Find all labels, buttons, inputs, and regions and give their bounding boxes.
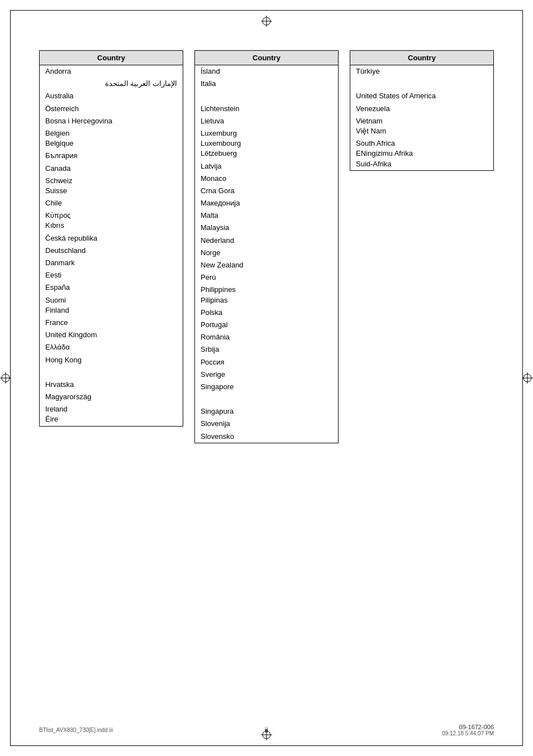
list-item: ΚύπροςKıbrıs <box>40 209 183 232</box>
list-item: Italia <box>195 78 339 90</box>
country-cell-1-16: España <box>40 281 183 294</box>
list-item: Nederland <box>195 235 339 247</box>
country-cell-1-7: България <box>40 150 183 162</box>
country-cell-2-11: Malta <box>195 209 339 222</box>
country-cell-1-1: Andorra <box>40 65 183 78</box>
list-item: Česká republika <box>40 232 183 245</box>
country-cell-2-24: Singapore <box>195 381 339 393</box>
country-cell-1-19: United Kingdom <box>40 329 183 341</box>
country-cell-2-20: România <box>195 331 339 343</box>
list-item: Perú <box>195 271 339 284</box>
list-item: България <box>40 150 183 162</box>
country-cell-1-4: Österreich <box>40 103 183 115</box>
country-cell-2-26: Singapura <box>195 405 339 418</box>
list-item: Norge <box>195 247 339 259</box>
tables-row: CountryAndorraالإمارات العربية المتحدةAu… <box>39 50 494 443</box>
country-cell-1-22 <box>40 366 183 379</box>
country-cell-2-3 <box>195 90 339 102</box>
list-item: Malta <box>195 209 339 222</box>
list-item: Venezuela <box>350 103 494 115</box>
page-border-top <box>10 10 523 11</box>
country-cell-3-1: Türkiye <box>350 65 494 78</box>
country-cell-1-20: Ελλάδα <box>40 341 183 353</box>
list-item: Magyarország <box>40 391 183 403</box>
list-item: IrelandÉire <box>40 403 183 426</box>
country-cell-1-9: SchweizSuisse <box>40 175 183 197</box>
country-cell-1-24: Magyarország <box>40 391 183 403</box>
country-cell-1-21: Hong Kong <box>40 354 183 366</box>
country-cell-1-2: الإمارات العربية المتحدة <box>40 78 183 90</box>
column-header-1: Country <box>40 51 183 65</box>
list-item: Österreich <box>40 103 183 115</box>
list-item: South AfricaENingizimu AfrikaSuid-Afrika <box>350 137 494 170</box>
list-item <box>40 366 183 379</box>
footer-filename: BTlist_AVX830_730[E].indd iii <box>39 727 113 733</box>
list-item: Australia <box>40 90 183 102</box>
country-table-2: CountryÍslandItalia LichtensteinLietuvaL… <box>194 50 339 443</box>
list-item: Hong Kong <box>40 354 183 366</box>
list-item: Slovenija <box>195 418 339 430</box>
list-item: الإمارات العربية المتحدة <box>40 78 183 90</box>
country-cell-3-2 <box>350 78 494 90</box>
page-number: ii <box>265 726 268 734</box>
list-item: Hrvatska <box>40 379 183 391</box>
list-item: New Zealand <box>195 259 339 271</box>
list-item: Canada <box>40 162 183 175</box>
country-cell-1-18: France <box>40 317 183 329</box>
list-item: Latvija <box>195 160 339 173</box>
list-item: Andorra <box>40 65 183 78</box>
column-header-2: Country <box>195 51 339 65</box>
country-cell-1-17: SuomiFinland <box>40 294 183 317</box>
country-cell-1-5: Bosna i Hercegovina <box>40 115 183 127</box>
list-item: LuxemburgLuxembourgLëtzebuerg <box>195 127 339 160</box>
list-item: France <box>40 317 183 329</box>
country-cell-2-22: Россия <box>195 356 339 369</box>
list-item: Danmark <box>40 257 183 269</box>
country-cell-1-8: Canada <box>40 162 183 175</box>
country-cell-2-12: Malaysia <box>195 222 339 234</box>
content-area: CountryAndorraالإمارات العربية المتحدةAu… <box>39 50 494 683</box>
country-cell-2-7: Latvija <box>195 160 339 173</box>
country-cell-2-27: Slovenija <box>195 418 339 430</box>
country-cell-1-11: ΚύπροςKıbrıs <box>40 209 183 232</box>
list-item: Россия <box>195 356 339 369</box>
page-border-left <box>10 10 11 746</box>
country-cell-3-6: South AfricaENingizimu AfrikaSuid-Afrika <box>350 137 494 170</box>
country-table-3: CountryTürkiye United States of AmericaV… <box>350 50 494 171</box>
footer: BTlist_AVX830_730[E].indd iii ii 09-1672… <box>39 724 494 736</box>
list-item: Srbija <box>195 343 339 356</box>
country-cell-2-1: Ísland <box>195 65 339 78</box>
list-item: Polska <box>195 307 339 319</box>
country-cell-2-6: LuxemburgLuxembourgLëtzebuerg <box>195 127 339 160</box>
list-item: United States of America <box>350 90 494 102</box>
country-cell-2-14: Norge <box>195 247 339 259</box>
country-cell-2-10: Македонија <box>195 197 339 209</box>
list-item: SchweizSuisse <box>40 175 183 197</box>
list-item <box>195 393 339 405</box>
list-item: Chile <box>40 197 183 209</box>
country-cell-3-4: Venezuela <box>350 103 494 115</box>
list-item: Eesti <box>40 269 183 281</box>
country-cell-2-2: Italia <box>195 78 339 90</box>
country-cell-1-6: BelgienBelgique <box>40 127 183 150</box>
list-item: Bosna i Hercegovina <box>40 115 183 127</box>
country-cell-2-5: Lietuva <box>195 115 339 127</box>
list-item: Malaysia <box>195 222 339 234</box>
country-cell-2-8: Monaco <box>195 173 339 185</box>
country-cell-1-15: Eesti <box>40 269 183 281</box>
list-item: Singapura <box>195 405 339 418</box>
list-item: Türkiye <box>350 65 494 78</box>
list-item: Ísland <box>195 65 339 78</box>
country-cell-1-12: Česká republika <box>40 232 183 245</box>
column-header-3: Country <box>350 51 494 65</box>
country-cell-2-15: New Zealand <box>195 259 339 271</box>
reg-mark-left <box>0 372 11 384</box>
footer-datetime: 09.12.18 5:44:07 PM <box>442 730 494 736</box>
list-item: Lichtenstein <box>195 103 339 115</box>
list-item <box>195 90 339 102</box>
country-cell-2-16: Perú <box>195 271 339 284</box>
list-item: Monaco <box>195 173 339 185</box>
list-item: Македонија <box>195 197 339 209</box>
doc-number: 09-1672-006 <box>459 724 494 730</box>
list-item: Singapore <box>195 381 339 393</box>
